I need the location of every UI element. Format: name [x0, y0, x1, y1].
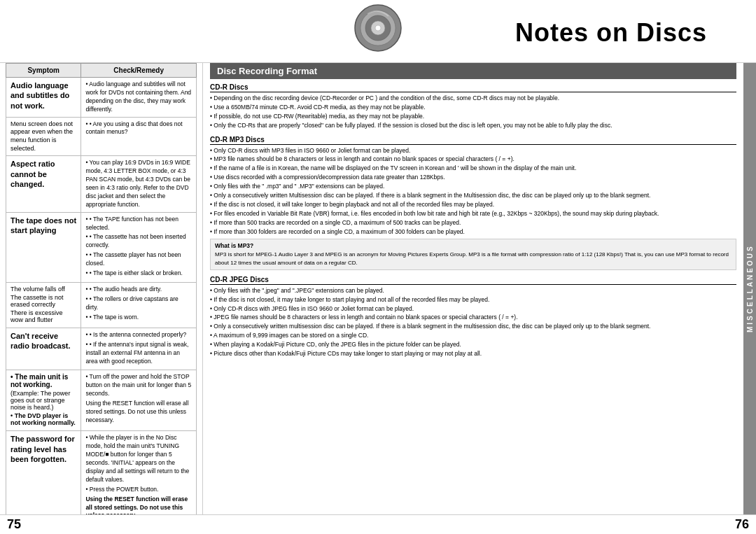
left-panel: Symptom Check/Remedy Audio language and … — [0, 63, 203, 514]
list-item: If more than 500 tracks are recorded on … — [210, 219, 736, 227]
list-item: Depending on the disc recording device (… — [210, 94, 736, 103]
misc-tab: MISCELLANEOUS — [743, 63, 756, 514]
disc-section-title: CD-R JPEG Discs — [210, 276, 736, 285]
page-number-left: 75 — [7, 517, 21, 532]
page-number-right: 76 — [735, 517, 749, 532]
disc-section-title: CD-R Discs — [210, 83, 736, 92]
remedy-cell: • Audio language and subtitles will not … — [81, 78, 197, 118]
page-title: Notes on Discs — [515, 18, 735, 48]
disc-icon — [354, 3, 402, 52]
list-item: MP3 file names should be 8 characters or… — [210, 155, 736, 164]
list-item: Only files with the ".jpeg" and ".JPEG" … — [210, 287, 736, 295]
remedy-cell: • The TAPE function has not been selecte… — [81, 212, 197, 282]
list-item: Only CD-R discs with JPEG files in ISO 9… — [210, 305, 736, 314]
table-row: The volume falls offThe cassette is not … — [6, 282, 81, 328]
list-item: Only a consecutively written multisessio… — [210, 323, 736, 331]
info-box-title: What is MP3? — [215, 242, 732, 251]
list-item: Only the CD-Rs that are properly "closed… — [210, 122, 736, 130]
list-item: Only files with the " .mp3" and " .MP3" … — [210, 183, 736, 191]
table-row: Aspect ratio cannot be changed. — [6, 156, 81, 212]
disc-recording-section-header: Disc Recording Format — [210, 63, 736, 79]
list-item: If the disc is not closed, it will take … — [210, 201, 736, 209]
list-item: If more than 300 folders are recorded on… — [210, 228, 736, 237]
list-item: For files encoded in Variable Bit Rate (… — [210, 210, 736, 218]
disc-section-cd_r_jpeg: CD-R JPEG DiscsOnly files with the ".jpe… — [210, 276, 736, 358]
remedy-cell: • While the player is in the No Disc mod… — [81, 431, 197, 514]
list-item: If the disc is not closed, it may take l… — [210, 296, 736, 304]
table-row: Audio language and subtitles do not work… — [6, 78, 81, 118]
list-item: Only CD-R discs with MP3 files in ISO 96… — [210, 147, 736, 155]
remedy-cell: • The audio heads are dirty.• The roller… — [81, 282, 197, 328]
footer: 75 76 — [0, 514, 756, 534]
right-panel: Disc Recording Format CD-R DiscsDependin… — [203, 63, 743, 514]
list-item: When playing a Kodak/Fuji Picture CD, on… — [210, 341, 736, 349]
disc-section-cd_r: CD-R DiscsDepending on the disc recordin… — [210, 83, 736, 130]
disc-sections: CD-R DiscsDepending on the disc recordin… — [210, 83, 736, 358]
list-item: Only a consecutively written Multisessio… — [210, 192, 736, 200]
remedy-cell: • Turn off the power and hold the STOP b… — [81, 370, 197, 431]
list-item: JPEG file names should be 8 characters o… — [210, 314, 736, 322]
disc-section-cd_r_mp3: CD-R MP3 DiscsOnly CD-R discs with MP3 f… — [210, 136, 736, 270]
remedy-cell: • Is the antenna connected properly?• If… — [81, 328, 197, 370]
table-row: The tape does not start playing — [6, 212, 81, 282]
table-row: Menu screen does not appear even when th… — [6, 117, 81, 156]
disc-section-content: Depending on the disc recording device (… — [210, 94, 736, 130]
remedy-cell: • Are you using a disc that does not con… — [81, 117, 197, 156]
main-content: Symptom Check/Remedy Audio language and … — [0, 63, 756, 514]
list-item: Use a 650MB/74 minute CD-R. Avoid CD-R m… — [210, 104, 736, 112]
disc-section-content: Only files with the ".jpeg" and ".JPEG" … — [210, 287, 736, 358]
info-box: What is MP3?MP3 is short for MPEG-1 Audi… — [210, 239, 736, 269]
list-item: If the name of a file is in Korean, the … — [210, 164, 736, 173]
col-symptom: Symptom — [6, 64, 81, 78]
disc-section-content: Only CD-R discs with MP3 files in ISO 96… — [210, 147, 736, 270]
table-row: • The main unit is not working.(Example:… — [6, 370, 81, 431]
col-remedy: Check/Remedy — [81, 64, 197, 78]
table-row: Can't receive radio broadcast. — [6, 328, 81, 370]
disc-section-title: CD-R MP3 Discs — [210, 136, 736, 145]
svg-point-4 — [375, 25, 381, 31]
remedy-cell: • You can play 16:9 DVDs in 16:9 WIDE mo… — [81, 156, 197, 212]
list-item: A maximum of 9,999 images can be stored … — [210, 332, 736, 340]
symptom-table: Symptom Check/Remedy Audio language and … — [6, 63, 197, 514]
list-item: Picture discs other than Kodak/Fuji Pict… — [210, 350, 736, 358]
list-item: Use discs recorded with a compression/de… — [210, 174, 736, 182]
table-row: The password for rating level has been f… — [6, 431, 81, 514]
info-box-text: MP3 is short for MPEG-1 Audio Layer 3 an… — [215, 251, 732, 266]
page-header: Notes on Discs — [0, 0, 756, 63]
list-item: If possible, do not use CD-RW (Rewritabl… — [210, 113, 736, 121]
